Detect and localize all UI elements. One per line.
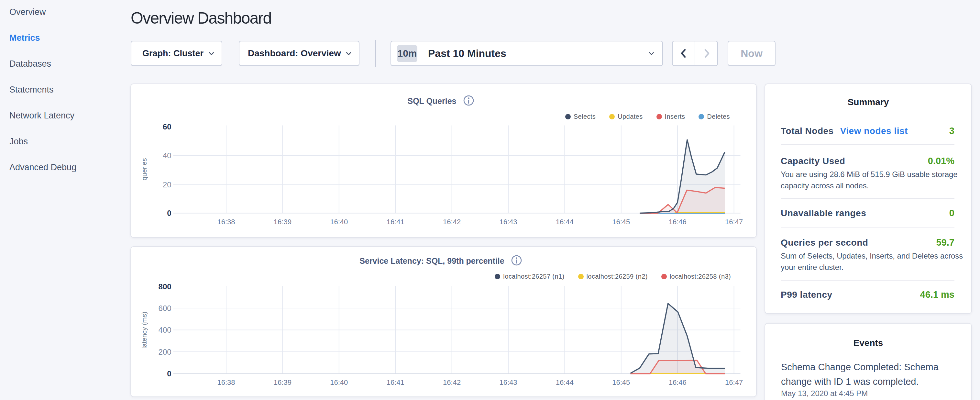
svg-text:16:46: 16:46 — [669, 378, 687, 386]
svg-text:200: 200 — [159, 347, 172, 356]
svg-text:16:42: 16:42 — [443, 378, 461, 386]
svg-text:16:47: 16:47 — [725, 378, 743, 386]
svg-text:16:41: 16:41 — [387, 378, 404, 386]
svg-text:60: 60 — [163, 122, 172, 131]
svg-text:16:39: 16:39 — [274, 378, 291, 386]
svg-text:16:41: 16:41 — [387, 218, 404, 226]
svg-text:latency (ms): latency (ms) — [140, 312, 148, 349]
svg-text:0: 0 — [167, 209, 171, 217]
svg-text:queries: queries — [140, 158, 148, 180]
svg-text:16:38: 16:38 — [217, 378, 235, 386]
svg-text:16:40: 16:40 — [330, 378, 348, 386]
svg-text:16:45: 16:45 — [612, 378, 630, 386]
svg-text:16:40: 16:40 — [330, 218, 348, 226]
svg-text:0: 0 — [167, 369, 171, 378]
svg-text:16:42: 16:42 — [443, 218, 461, 226]
svg-text:16:44: 16:44 — [556, 218, 574, 226]
svg-text:40: 40 — [163, 151, 172, 160]
svg-text:800: 800 — [159, 282, 172, 291]
svg-text:16:44: 16:44 — [556, 378, 574, 386]
svg-text:16:46: 16:46 — [669, 218, 687, 226]
svg-text:16:43: 16:43 — [499, 218, 517, 226]
svg-text:16:47: 16:47 — [725, 218, 743, 226]
svg-text:16:38: 16:38 — [217, 218, 235, 226]
svg-text:600: 600 — [159, 304, 172, 312]
svg-text:16:45: 16:45 — [612, 218, 630, 226]
svg-text:16:43: 16:43 — [499, 378, 517, 386]
svg-text:20: 20 — [163, 180, 172, 189]
svg-text:16:39: 16:39 — [274, 218, 291, 226]
svg-text:400: 400 — [159, 325, 172, 334]
